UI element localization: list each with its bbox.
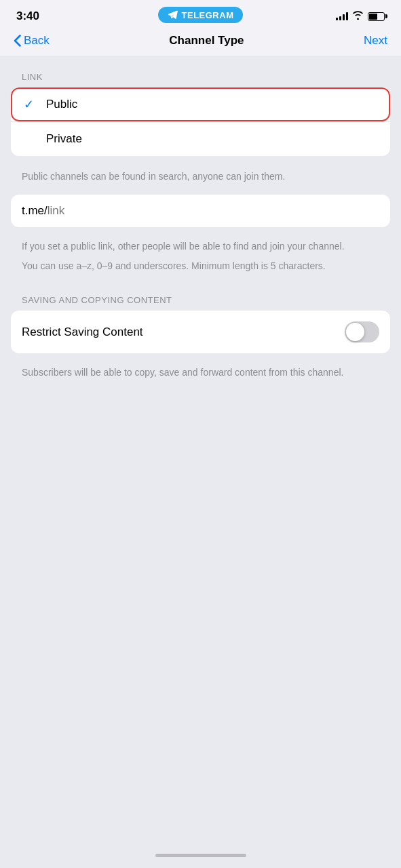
restrict-saving-card: Restrict Saving Content [11,311,390,353]
navigation-bar: Back Channel Type Next [0,28,401,56]
status-time: 3:40 [16,9,39,23]
link-prefix: t.me/ [22,204,47,218]
saving-section-label: SAVING AND COPYING CONTENT [11,295,390,305]
list-item-public[interactable]: ✓ Public [11,87,390,121]
status-bar: 3:40 TELEGRAM [0,0,401,28]
link-section-label: LINK [11,72,390,82]
page-title: Channel Type [169,34,244,47]
public-option-label: Public [46,98,77,111]
home-indicator [155,854,246,857]
list-item-private[interactable]: ✓ Private [11,121,390,156]
restrict-saving-row: Restrict Saving Content [11,311,390,353]
telegram-badge: TELEGRAM [158,7,244,23]
signal-bars-icon [336,12,348,20]
restrict-saving-toggle[interactable] [345,321,379,342]
toggle-knob [346,323,364,341]
next-button[interactable]: Next [364,34,387,47]
status-icons [336,11,385,22]
channel-type-list: ✓ Public ✓ Private [11,87,390,156]
wifi-icon [352,11,364,22]
battery-icon [368,12,385,21]
private-option-label: Private [46,132,82,146]
link-input-card: t.me/ [11,195,390,227]
back-label: Back [24,34,50,47]
telegram-pill-container: TELEGRAM [158,7,244,23]
back-button[interactable]: Back [14,34,50,47]
link-input[interactable] [47,204,379,218]
restrict-saving-label: Restrict Saving Content [22,326,143,339]
saving-description: Subscribers will be able to copy, save a… [11,360,390,391]
link-hint-2: You can use a–z, 0–9 and underscores. Mi… [11,259,390,284]
checkmark-icon: ✓ [22,97,35,112]
chevron-left-icon [14,35,21,47]
telegram-icon [168,9,178,20]
telegram-label: TELEGRAM [182,10,234,20]
public-description: Public channels can be found in search, … [11,164,390,195]
content-area: LINK ✓ Public ✓ Private Public channels … [0,56,401,391]
